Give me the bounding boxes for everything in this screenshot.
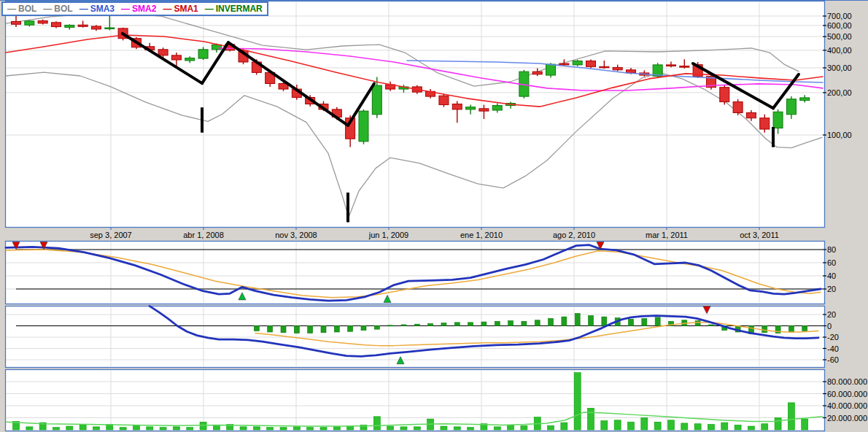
volume-bar: [267, 428, 274, 430]
volume-bar: [561, 423, 567, 430]
oscillator-panel-frame[interactable]: [6, 242, 825, 304]
legend-item-invermar-5[interactable]: —INVERMAR: [205, 4, 263, 14]
axis-label: 80: [827, 245, 836, 254]
volume-bar: [574, 373, 581, 430]
volume-bar: [213, 425, 220, 430]
legend-swatch-icon: —: [205, 4, 214, 14]
candle-down: [720, 85, 729, 105]
volume-bar: [735, 425, 741, 430]
legend-item-sma1-4[interactable]: —SMA1: [163, 4, 198, 14]
date-label: nov 3, 2008: [275, 231, 317, 239]
volume-bar: [253, 427, 260, 430]
macd-histogram-bar: [388, 325, 393, 326]
legend-item-label: SMA3: [90, 4, 115, 14]
macd-histogram-bar: [522, 321, 527, 325]
volume-bar: [160, 428, 166, 430]
date-label: jun 1, 2009: [368, 231, 408, 239]
legend-swatch-icon: —: [43, 4, 52, 14]
axis-label: -60: [827, 355, 839, 364]
macd-histogram-bar: [361, 326, 366, 331]
macd-histogram-bar: [481, 322, 487, 325]
volume-panel-frame[interactable]: [6, 370, 825, 431]
macd-histogram-bar: [802, 326, 807, 331]
legend-swatch-icon: —: [163, 4, 171, 14]
macd-histogram-bar: [268, 326, 273, 333]
volume-bar: [641, 418, 648, 431]
volume-bar: [548, 425, 554, 430]
macd-histogram-bar: [281, 326, 286, 333]
macd-histogram-bar: [401, 325, 406, 326]
volume-bar: [614, 420, 621, 430]
volume-bar: [293, 427, 300, 430]
volume-bar: [708, 425, 714, 430]
date-label: ene 1, 2010: [460, 231, 503, 239]
volume-bar: [400, 427, 407, 430]
axis-label: 100,00: [827, 131, 852, 139]
legend-item-label: SMA1: [174, 4, 198, 14]
volume-bar: [80, 425, 86, 430]
macd-histogram-bar: [428, 323, 433, 325]
legend-box: —BOL—BOL—SMA3—SMA2—SMA1—INVERMAR: [1, 1, 268, 16]
volume-bar: [762, 424, 768, 430]
legend-item-bol-0[interactable]: —BOL: [7, 4, 36, 14]
legend-swatch-icon: —: [7, 4, 16, 14]
macd-histogram-bar: [575, 313, 580, 325]
volume-bar: [748, 426, 754, 430]
macd-histogram-bar: [562, 317, 567, 325]
legend-swatch-icon: —: [121, 4, 130, 14]
axis-label: 0: [827, 322, 832, 331]
macd-histogram-bar: [695, 321, 700, 326]
axis-label: 40.000.000: [827, 401, 867, 410]
volume-bar: [187, 428, 193, 430]
legend-item-label: BOL: [54, 4, 72, 14]
volume-bar: [414, 427, 420, 430]
macd-histogram-bar: [495, 321, 500, 325]
axis-label: 20: [827, 310, 836, 319]
macd-histogram-bar: [334, 326, 339, 333]
macd-histogram-bar: [308, 326, 313, 333]
macd-histogram-bar: [454, 323, 460, 326]
chart-window: sep 3, 2007abr 1, 2008nov 3, 2008jun 1, …: [0, 0, 868, 432]
volume-bar: [494, 427, 500, 430]
volume-bar: [280, 428, 287, 430]
axis-label: 400,00: [827, 46, 852, 55]
legend-item-label: SMA2: [132, 4, 156, 14]
volume-bar: [307, 428, 314, 430]
volume-bar: [694, 424, 701, 430]
legend-item-label: INVERMAR: [216, 4, 263, 14]
volume-bar: [147, 427, 153, 430]
legend-item-sma3-2[interactable]: —SMA3: [80, 4, 115, 14]
chart-canvas[interactable]: sep 3, 2007abr 1, 2008nov 3, 2008jun 1, …: [0, 0, 868, 432]
axis-label: 60.000.000: [827, 390, 867, 398]
volume-bar: [53, 428, 59, 430]
macd-histogram-bar: [441, 323, 446, 326]
macd-histogram-bar: [254, 326, 259, 331]
date-label: mar 1, 2011: [646, 231, 688, 239]
volume-bar: [133, 425, 139, 430]
axis-label: 300,00: [827, 63, 852, 72]
volume-bar: [508, 425, 514, 430]
macd-histogram-bar: [294, 326, 299, 333]
legend-item-bol-1[interactable]: —BOL: [43, 4, 72, 14]
volume-bar: [654, 422, 661, 430]
candle-up: [359, 109, 368, 144]
volume-bar: [601, 421, 608, 430]
volume-bar: [521, 425, 527, 430]
macd-histogram-bar: [321, 326, 326, 333]
macd-histogram-bar: [762, 326, 767, 333]
axis-label: -20: [827, 333, 839, 342]
candle-down: [51, 21, 61, 28]
date-label: oct 3, 2011: [740, 231, 779, 239]
date-label: ago 2, 2010: [553, 231, 595, 239]
macd-histogram-bar: [708, 325, 713, 326]
volume-bar: [775, 418, 781, 431]
axis-label: 60: [827, 258, 836, 267]
axis-label: -40: [827, 344, 839, 353]
volume-bar: [93, 427, 99, 430]
date-label: sep 3, 2007: [90, 231, 132, 239]
legend-item-sma2-3[interactable]: —SMA2: [121, 4, 156, 14]
macd-histogram-bar: [655, 317, 660, 326]
axis-label: 600,00: [827, 21, 852, 30]
volume-bar: [120, 428, 126, 430]
volume-bar: [373, 417, 380, 430]
